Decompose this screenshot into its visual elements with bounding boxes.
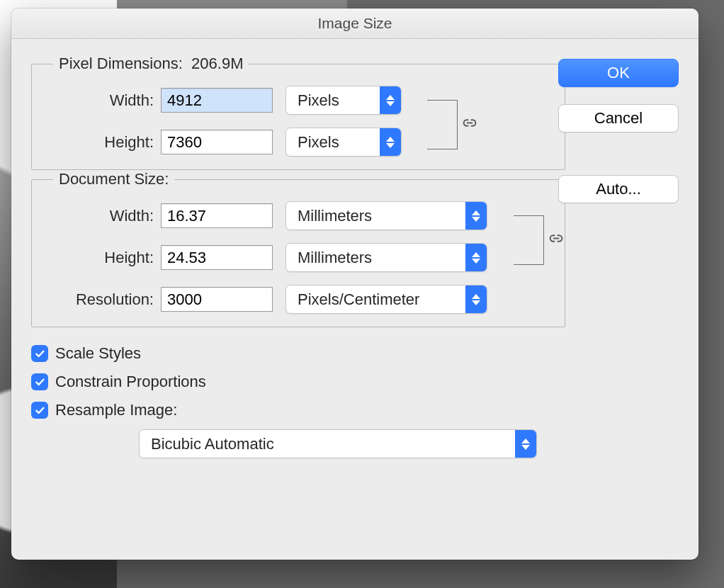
doc-width-unit-text: Millimeters <box>286 207 465 225</box>
doc-resolution-unit-select[interactable]: Pixels/Centimeter <box>285 285 487 314</box>
document-size-legend: Document Size: <box>53 170 174 188</box>
stepper-icon <box>465 244 487 271</box>
doc-width-input[interactable] <box>161 203 273 228</box>
doc-width-unit-select[interactable]: Millimeters <box>285 201 487 230</box>
constrain-proportions-label: Constrain Proportions <box>55 373 206 391</box>
pixel-width-input[interactable] <box>161 88 273 113</box>
document-size-group: Document Size: Width: Millimeters Height… <box>31 170 565 327</box>
doc-resolution-label: Resolution: <box>43 290 161 309</box>
resample-method-text: Bicubic Automatic <box>140 435 515 453</box>
dialog-title: Image Size <box>11 9 698 39</box>
stepper-icon <box>380 86 401 114</box>
doc-resolution-input[interactable] <box>161 287 273 312</box>
stepper-icon <box>380 128 401 156</box>
stepper-icon <box>465 285 487 313</box>
pixel-dimensions-legend-prefix: Pixel Dimensions: <box>59 55 183 72</box>
stepper-icon <box>515 430 536 458</box>
doc-width-label: Width: <box>43 207 161 225</box>
doc-resolution-unit-text: Pixels/Centimeter <box>286 290 465 309</box>
pixel-height-unit-text: Pixels <box>286 133 380 152</box>
doc-height-unit-select[interactable]: Millimeters <box>285 243 487 272</box>
pixel-height-input[interactable] <box>161 130 273 154</box>
doc-height-unit-text: Millimeters <box>286 249 465 267</box>
link-icon <box>549 231 563 250</box>
options-checkboxes: Scale Styles Constrain Proportions Resam… <box>31 344 679 458</box>
pixel-height-label: Height: <box>43 133 161 152</box>
pixel-dimensions-legend: Pixel Dimensions: 206.9M <box>53 55 249 73</box>
auto-button[interactable]: Auto... <box>558 175 679 203</box>
checkmark-icon <box>34 405 45 416</box>
link-icon <box>463 115 477 135</box>
scale-styles-checkbox[interactable] <box>31 345 48 362</box>
constrain-proportions-checkbox[interactable] <box>31 373 48 390</box>
cancel-button[interactable]: Cancel <box>558 104 679 132</box>
pixel-dimensions-group: Pixel Dimensions: 206.9M Width: Pixels <box>31 55 565 170</box>
checkmark-icon <box>34 348 45 359</box>
stepper-icon <box>465 202 487 230</box>
pixel-dimensions-memory: 206.9M <box>191 55 243 72</box>
pixel-width-unit-select[interactable]: Pixels <box>285 86 402 115</box>
checkmark-icon <box>34 376 45 388</box>
resample-method-select[interactable]: Bicubic Automatic <box>139 429 537 458</box>
image-size-dialog: Image Size Pixel Dimensions: 206.9M Widt… <box>11 9 698 560</box>
dialog-buttons: OK Cancel Auto... <box>558 59 679 203</box>
doc-link-bracket <box>514 215 544 265</box>
resample-image-checkbox[interactable] <box>31 402 48 419</box>
scale-styles-label: Scale Styles <box>55 344 141 363</box>
resample-image-label: Resample Image: <box>55 401 177 419</box>
pixel-width-label: Width: <box>43 91 161 110</box>
doc-height-label: Height: <box>43 249 161 267</box>
pixel-link-bracket <box>427 100 458 149</box>
pixel-height-unit-select[interactable]: Pixels <box>285 128 402 157</box>
pixel-width-unit-text: Pixels <box>286 91 380 110</box>
ok-button[interactable]: OK <box>558 59 679 87</box>
dialog-content: Pixel Dimensions: 206.9M Width: Pixels <box>11 39 698 560</box>
doc-height-input[interactable] <box>161 245 273 270</box>
